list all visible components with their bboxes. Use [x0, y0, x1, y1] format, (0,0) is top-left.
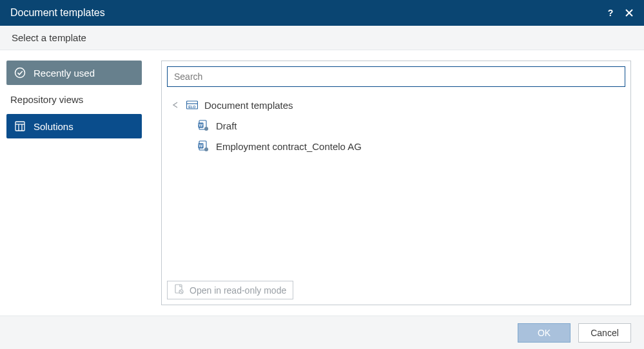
- ok-button[interactable]: OK: [518, 323, 571, 343]
- svg-text:W: W: [199, 123, 203, 127]
- subheader: Select a template: [0, 26, 644, 50]
- cancel-button-label: Cancel: [590, 328, 619, 338]
- folder-elo-icon: ELO: [186, 99, 198, 111]
- panel: ELO Document templates W Draft W Em: [161, 61, 631, 305]
- svg-text:ELO: ELO: [188, 105, 196, 109]
- tree-root-label: Document templates: [204, 100, 293, 111]
- readonly-label: Open in read-only mode: [190, 285, 286, 296]
- word-doc-icon: W: [198, 140, 210, 152]
- body: Recently used Repository views Solutions…: [0, 50, 644, 316]
- sidebar-item-solutions[interactable]: Solutions: [6, 114, 142, 138]
- footer: OK Cancel: [0, 316, 644, 349]
- tree-item-label: Employment contract_Contelo AG: [216, 141, 362, 152]
- cancel-button[interactable]: Cancel: [578, 323, 631, 343]
- app-grid-icon: [14, 121, 26, 131]
- sidebar-item-recently-used[interactable]: Recently used: [6, 61, 142, 85]
- main: ELO Document templates W Draft W Em: [148, 50, 644, 316]
- tree-item[interactable]: W Draft: [167, 115, 625, 136]
- search-input[interactable]: [167, 66, 625, 87]
- svg-point-14: [204, 127, 208, 131]
- window-title: Document templates: [10, 7, 596, 19]
- ok-button-label: OK: [538, 328, 551, 338]
- check-circle-icon: [14, 67, 26, 79]
- subheader-text: Select a template: [12, 32, 86, 43]
- readonly-doc-icon: [174, 284, 184, 296]
- sidebar: Recently used Repository views Solutions: [0, 50, 148, 316]
- sidebar-item-label: Recently used: [34, 68, 95, 79]
- readonly-row: Open in read-only mode: [167, 281, 625, 299]
- sidebar-item-label: Solutions: [34, 121, 73, 132]
- tree-item-label: Draft: [216, 120, 237, 131]
- svg-text:?: ?: [608, 8, 614, 18]
- open-readonly-button[interactable]: Open in read-only mode: [167, 281, 293, 299]
- sidebar-section-label: Repository views: [6, 94, 142, 105]
- tree: ELO Document templates W Draft W Em: [167, 95, 625, 281]
- svg-point-18: [204, 147, 208, 151]
- titlebar: Document templates ?: [0, 0, 644, 26]
- word-doc-icon: W: [198, 120, 210, 131]
- tree-root-row[interactable]: ELO Document templates: [167, 95, 625, 115]
- svg-point-3: [15, 68, 25, 78]
- svg-text:W: W: [199, 144, 203, 148]
- help-icon[interactable]: ?: [605, 8, 616, 18]
- tree-item[interactable]: W Employment contract_Contelo AG: [167, 136, 625, 156]
- expander-icon[interactable]: [171, 100, 180, 109]
- close-icon[interactable]: [625, 8, 634, 17]
- svg-rect-4: [15, 122, 24, 131]
